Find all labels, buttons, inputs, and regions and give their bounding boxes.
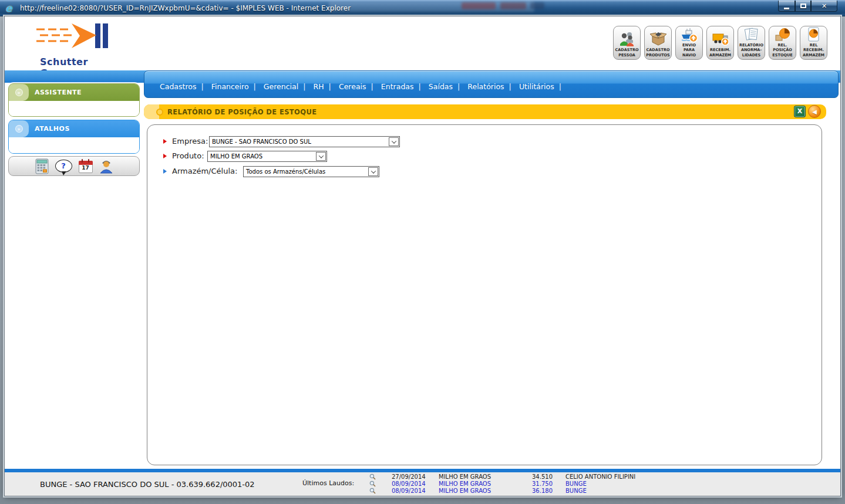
atalhos-body bbox=[9, 137, 139, 154]
assistente-header[interactable]: » ASSISTENTE bbox=[9, 84, 139, 101]
produto-row: Produto: MILHO EM GRAOS bbox=[147, 151, 822, 163]
atalhos-header[interactable]: » ATALHOS bbox=[9, 120, 139, 137]
toolbar-button-label: ENVIO PARA NAVIO bbox=[676, 43, 702, 57]
back-icon: ◀ bbox=[812, 109, 817, 115]
nav-separator: | bbox=[329, 82, 331, 91]
internet-explorer-icon: e bbox=[5, 2, 17, 14]
export-excel-button[interactable]: X bbox=[794, 106, 806, 117]
assistente-body bbox=[9, 101, 139, 117]
background-window-blur bbox=[462, 2, 496, 9]
chevron-down-icon[interactable] bbox=[316, 152, 326, 161]
atalhos-cap: » bbox=[9, 120, 29, 137]
laudo-date: 08/09/2014 bbox=[392, 481, 426, 487]
people-icon bbox=[618, 30, 636, 48]
laudo-name: BUNGE bbox=[565, 481, 587, 487]
excel-icon: X bbox=[797, 107, 802, 115]
calculator-icon[interactable] bbox=[35, 158, 49, 174]
nav-item-rh[interactable]: RH bbox=[314, 82, 324, 91]
atalhos-label: ATALHOS bbox=[35, 125, 70, 133]
chevron-down-icon[interactable] bbox=[389, 137, 399, 146]
laudo-date: 27/09/2014 bbox=[392, 473, 426, 480]
nav-separator: | bbox=[457, 82, 460, 91]
nav-item-financeiro[interactable]: Financeiro bbox=[211, 82, 249, 91]
statusbar: BUNGE - SAO FRANCISCO DO SUL - 03.639.66… bbox=[5, 472, 840, 496]
user-icon[interactable] bbox=[99, 158, 113, 174]
window-titlebar[interactable]: e http://freeline02:8080/?USER_ID=RnJIZW… bbox=[0, 0, 845, 16]
chevron-down-icon[interactable] bbox=[368, 167, 378, 176]
balloon-tail bbox=[62, 171, 66, 175]
laudo-value: 34.510 bbox=[514, 473, 553, 480]
laudo-value: 31.750 bbox=[514, 481, 553, 487]
laudo-product: MILHO EM GRAOS bbox=[439, 473, 491, 480]
toolbar-button-rel-posicao-estoque[interactable]: REL. POSIÇÃO ESTOQUE bbox=[769, 26, 796, 60]
window-controls[interactable]: ✕ bbox=[778, 1, 837, 12]
minimize-icon bbox=[784, 8, 789, 9]
toolbar-button-rel-recebim-armazem[interactable]: REL RECEBIM. ARMAZÉM bbox=[800, 26, 827, 60]
nav-separator: | bbox=[254, 82, 256, 91]
toolbar-button-label: RECEBIM. ARMAZÉM bbox=[708, 48, 733, 57]
nav-item-cereais[interactable]: Cereais bbox=[339, 82, 366, 91]
calendar-day: 17 bbox=[79, 165, 93, 171]
toolbar-button-cadastro-pessoa[interactable]: CADASTRO PESSOA bbox=[613, 26, 641, 60]
help-icon[interactable]: ? bbox=[55, 160, 72, 172]
toolbar-button-label: CADASTRO PRODUTOS bbox=[645, 48, 671, 57]
toolbar-button-label: REL. POSIÇÃO ESTOQUE bbox=[770, 43, 795, 57]
laudo-date: 08/09/2014 bbox=[392, 488, 426, 494]
empresa-select[interactable]: BUNGE - SAO FRANCISCO DO SUL bbox=[209, 136, 400, 147]
background-window-blur bbox=[500, 2, 526, 9]
logo-mark-icon bbox=[35, 22, 123, 55]
toolbar-button-relatorio-anormalidades[interactable]: RELATÓRIO ANORMA-LIDADES bbox=[738, 26, 765, 60]
company-identifier: BUNGE - SAO FRANCISCO DO SUL - 03.639.66… bbox=[40, 480, 255, 489]
armazem-row: Armazém/Célula: Todos os Armazéns/Célula… bbox=[147, 167, 822, 178]
ship-upload-icon bbox=[681, 28, 698, 43]
produto-select[interactable]: MILHO EM GRAOS bbox=[207, 151, 327, 162]
toolbar-button-label: REL RECEBIM. ARMAZÉM bbox=[801, 43, 826, 57]
back-button[interactable]: ◀ bbox=[808, 105, 821, 118]
documents-icon bbox=[743, 26, 760, 43]
atalhos-panel: » ATALHOS bbox=[8, 120, 140, 154]
chevron-right-icon: » bbox=[15, 89, 23, 96]
toolbar-button-recebim-armazem[interactable]: RECEBIM. ARMAZÉM bbox=[706, 26, 734, 60]
toolbar-button-label: CADASTRO PESSOA bbox=[614, 48, 639, 57]
maximize-icon bbox=[800, 4, 806, 8]
empresa-row: Empresa: BUNGE - SAO FRANCISCO DO SUL bbox=[147, 137, 822, 148]
nav-separator: | bbox=[201, 82, 203, 91]
close-button[interactable]: ✕ bbox=[811, 1, 837, 12]
nav-item-relatorios[interactable]: Relatórios bbox=[467, 82, 504, 91]
calendar-icon[interactable]: 17 bbox=[79, 159, 93, 173]
toolbar-button-envio-para-navio[interactable]: ENVIO PARA NAVIO bbox=[675, 26, 703, 60]
section-header-bar: RELATÓRIO DE POSIÇÃO DE ESTOQUE X ◀ bbox=[144, 104, 826, 119]
required-bullet-icon bbox=[163, 139, 167, 144]
search-icon[interactable] bbox=[369, 488, 376, 495]
open-box-icon bbox=[649, 30, 667, 48]
empresa-label: Empresa: bbox=[172, 137, 208, 146]
laudo-name: BUNGE bbox=[565, 488, 587, 494]
nav-item-gerencial[interactable]: Gerencial bbox=[264, 82, 298, 91]
laudo-value: 36.180 bbox=[514, 488, 553, 494]
question-mark: ? bbox=[61, 161, 66, 170]
toolbar-button-cadastro-produtos[interactable]: CADASTRO PRODUTOS bbox=[644, 26, 672, 60]
maximize-button[interactable] bbox=[795, 1, 811, 12]
optional-bullet-icon bbox=[163, 169, 167, 174]
quick-access-toolbar: CADASTRO PESSOA CADASTRO PRODUTOS bbox=[613, 26, 827, 60]
produto-value: MILHO EM GRAOS bbox=[210, 153, 262, 160]
required-bullet-icon bbox=[163, 154, 167, 158]
laudo-row: 08/09/2014 MILHO EM GRAOS 36.180 BUNGE bbox=[366, 488, 648, 495]
laudo-row: 08/09/2014 MILHO EM GRAOS 31.750 BUNGE bbox=[366, 481, 648, 488]
section-bullet-icon bbox=[156, 109, 163, 116]
nav-item-cadastros[interactable]: Cadastros bbox=[160, 82, 196, 91]
nav-item-entradas[interactable]: Entradas bbox=[381, 82, 414, 91]
nav-item-saidas[interactable]: Saídas bbox=[429, 82, 453, 91]
chevron-right-icon: » bbox=[15, 125, 23, 133]
toolbar-button-label: RELATÓRIO ANORMA-LIDADES bbox=[739, 43, 764, 57]
nav-item-utilitarios[interactable]: Utilitários bbox=[519, 82, 554, 91]
laudo-product: MILHO EM GRAOS bbox=[439, 481, 491, 487]
background-window-blur bbox=[530, 2, 544, 9]
armazem-select[interactable]: Todos os Armazéns/Células bbox=[243, 166, 379, 177]
window-title: http://freeline02:8080/?USER_ID=RnJIZWxp… bbox=[20, 4, 351, 12]
sidebar-quick-toolbar: ? 17 bbox=[8, 156, 140, 176]
minimize-button[interactable] bbox=[778, 1, 795, 12]
laudo-name: CELIO ANTONIO FILIPINI bbox=[565, 473, 635, 480]
main-menu: Cadastros| Financeiro| Gerencial| RH| Ce… bbox=[156, 80, 563, 92]
assistente-label: ASSISTENTE bbox=[35, 89, 82, 96]
